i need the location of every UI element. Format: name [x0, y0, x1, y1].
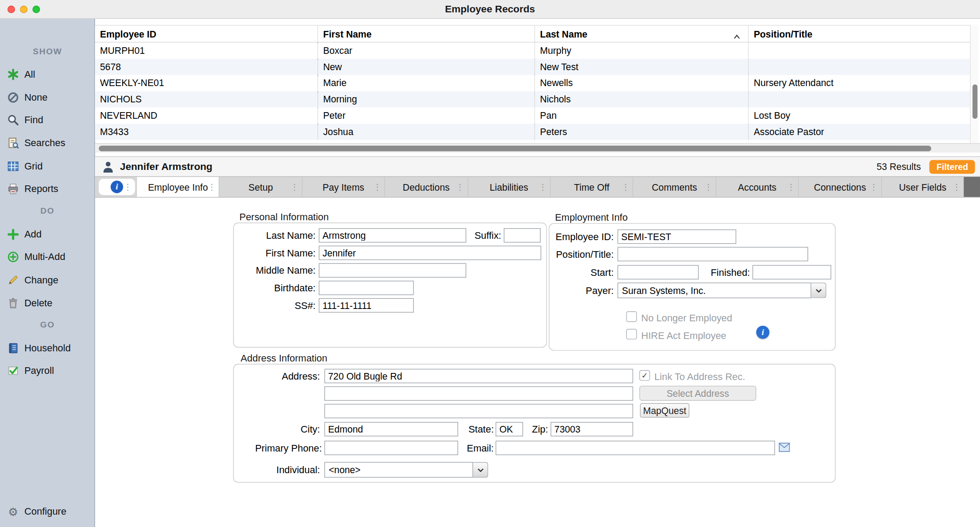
- sidebar-item-delete[interactable]: Delete: [0, 294, 95, 312]
- position-title-field[interactable]: [618, 247, 808, 261]
- vertical-scrollbar-thumb[interactable]: [972, 84, 977, 119]
- employee-records-window: Employee Records SHOW All None Find Sear…: [0, 0, 980, 527]
- birthdate-field[interactable]: [319, 281, 414, 295]
- sort-ascending-icon: [733, 30, 741, 41]
- column-header-position-title[interactable]: Position/Title: [748, 26, 970, 42]
- payer-label: Payer:: [536, 285, 614, 296]
- table-cell: Murphy: [535, 42, 748, 59]
- tab-accounts[interactable]: Accounts⋮: [716, 177, 798, 197]
- minimize-window-button[interactable]: [20, 6, 27, 13]
- individual-field[interactable]: [324, 462, 473, 478]
- sidebar-item-add[interactable]: Add: [0, 225, 95, 244]
- sidebar-item-change[interactable]: Change: [0, 271, 95, 289]
- table-cell: Joshua: [317, 124, 534, 140]
- tab-comments[interactable]: Comments⋮: [633, 177, 715, 197]
- column-header-last-name[interactable]: Last Name: [535, 26, 748, 42]
- sidebar-item-all[interactable]: All: [0, 65, 95, 83]
- record-info-button[interactable]: i ⋮: [99, 179, 135, 195]
- hire-act-checkbox[interactable]: [626, 329, 637, 339]
- middle-name-label: Middle Name:: [236, 265, 316, 276]
- individual-dropdown[interactable]: [324, 462, 488, 478]
- table-row[interactable]: WEEKLY-NE01 Marie Newells Nursery Attend…: [95, 75, 970, 91]
- finished-date-field[interactable]: [753, 265, 831, 280]
- sidebar-item-searches[interactable]: Searches: [0, 134, 95, 152]
- address-line3-field[interactable]: [324, 404, 633, 418]
- tab-time-off[interactable]: Time Off⋮: [550, 177, 633, 197]
- table-cell: Nursery Attendanct: [748, 75, 970, 91]
- table-cell: Associate Pastor: [748, 124, 970, 140]
- chevron-down-icon[interactable]: [473, 462, 488, 478]
- state-field[interactable]: [496, 422, 523, 437]
- ssn-label: SS#:: [236, 300, 316, 311]
- tab-grip-icon: ⋮: [290, 182, 298, 192]
- hire-act-info-icon[interactable]: i: [756, 326, 769, 339]
- ssn-field[interactable]: [319, 298, 414, 313]
- no-longer-employed-checkbox[interactable]: [626, 311, 637, 322]
- finished-label: Finished:: [700, 267, 750, 278]
- filtered-badge[interactable]: Filtered: [930, 160, 975, 173]
- zoom-window-button[interactable]: [33, 6, 40, 13]
- start-date-field[interactable]: [618, 265, 699, 280]
- address-line2-field[interactable]: [324, 386, 633, 401]
- sidebar-item-household[interactable]: Household: [0, 339, 95, 358]
- plus-icon: [6, 228, 21, 241]
- first-name-field[interactable]: [319, 246, 541, 260]
- table-row[interactable]: MURPH01 Boxcar Murphy: [95, 42, 970, 59]
- address-line1-field[interactable]: [324, 369, 633, 384]
- email-icon[interactable]: [779, 443, 790, 455]
- table-row[interactable]: NEVERLAND Peter Pan Lost Boy: [95, 108, 970, 124]
- table-cell: [748, 91, 970, 108]
- tab-grip-icon: ⋮: [953, 182, 961, 192]
- suffix-field[interactable]: [504, 228, 541, 243]
- tab-setup[interactable]: Setup⋮: [219, 177, 302, 197]
- city-label: City:: [241, 424, 320, 435]
- employee-id-field[interactable]: [618, 230, 736, 244]
- sidebar-item-multi-add[interactable]: Multi-Add: [0, 248, 95, 266]
- tab-liabilities[interactable]: Liabilities⋮: [467, 177, 550, 197]
- sidebar-item-reports[interactable]: Reports: [0, 180, 95, 198]
- primary-phone-field[interactable]: [324, 441, 458, 455]
- table-header: Employee ID First Name Last Name Positio…: [95, 25, 970, 43]
- payer-dropdown[interactable]: [618, 282, 826, 298]
- tab-overflow-control[interactable]: [964, 177, 980, 197]
- horizontal-scrollbar-thumb[interactable]: [99, 146, 931, 151]
- tab-grip-icon: ⋮: [208, 182, 216, 192]
- table-row[interactable]: 5678 New New Test: [95, 59, 970, 75]
- table-cell: New: [317, 59, 534, 75]
- sidebar-item-payroll[interactable]: Payroll: [0, 361, 95, 380]
- tab-employee-info[interactable]: Employee Info⋮: [136, 177, 219, 197]
- payer-field[interactable]: [618, 282, 811, 298]
- sidebar-item-configure[interactable]: ⚙ Configure: [0, 502, 95, 520]
- tab-user-fields[interactable]: User Fields⋮: [881, 177, 964, 197]
- mapquest-button[interactable]: MapQuest: [640, 403, 690, 418]
- table-row[interactable]: M3433 Joshua Peters Associate Pastor: [95, 124, 970, 140]
- zip-field[interactable]: [550, 422, 633, 437]
- city-field[interactable]: [324, 422, 458, 437]
- chevron-down-icon[interactable]: [811, 282, 826, 298]
- last-name-field[interactable]: [319, 228, 466, 243]
- trash-icon: [6, 297, 21, 309]
- table-cell: Newells: [535, 75, 748, 91]
- column-header-first-name[interactable]: First Name: [317, 26, 534, 42]
- asterisk-icon: [6, 68, 21, 80]
- zip-label: Zip:: [526, 424, 548, 435]
- select-address-button[interactable]: Select Address: [639, 386, 756, 401]
- middle-name-field[interactable]: [319, 263, 466, 278]
- email-field[interactable]: [496, 441, 775, 455]
- tab-connections[interactable]: Connections⋮: [798, 177, 881, 197]
- close-window-button[interactable]: [8, 6, 15, 13]
- grid-icon: [6, 160, 21, 173]
- gear-icon: ⚙: [6, 505, 21, 518]
- horizontal-scrollbar[interactable]: [95, 143, 980, 152]
- link-to-address-checkbox[interactable]: ✓: [639, 370, 650, 381]
- sidebar-item-none[interactable]: None: [0, 88, 95, 107]
- column-header-employee-id[interactable]: Employee ID: [95, 26, 317, 42]
- tab-deductions[interactable]: Deductions⋮: [384, 177, 467, 197]
- sidebar-item-find[interactable]: Find: [0, 111, 95, 129]
- tab-grip-icon: ⋮: [456, 182, 464, 192]
- sidebar-item-grid[interactable]: Grid: [0, 157, 95, 176]
- vertical-scrollbar[interactable]: [970, 25, 979, 153]
- table-row[interactable]: NICHOLS Morning Nichols: [95, 91, 970, 108]
- tab-pay-items[interactable]: Pay Items⋮: [302, 177, 384, 197]
- employee-id-label: Employee ID:: [536, 231, 614, 242]
